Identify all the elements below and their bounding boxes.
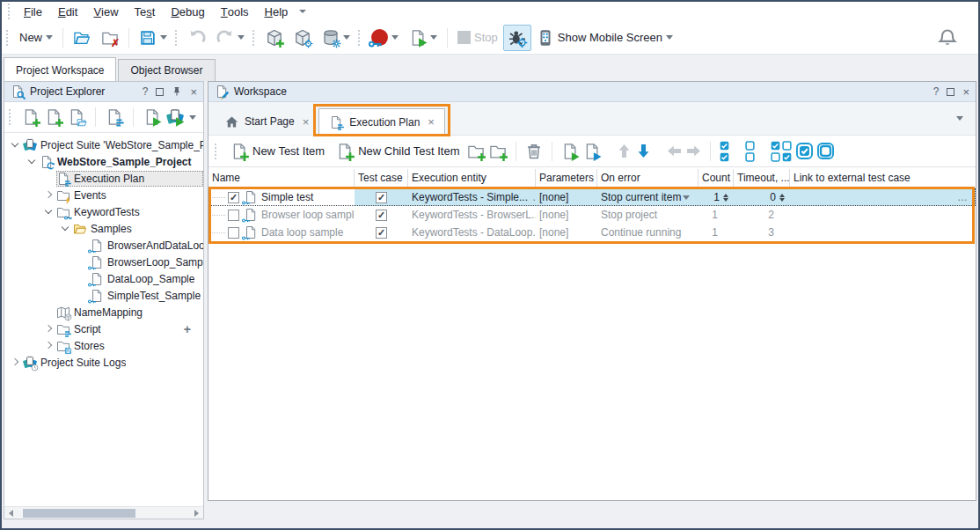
column-header-execution-entity[interactable]: Execution entity — [408, 169, 536, 188]
tab-project-workspace[interactable]: Project Workspace — [4, 57, 116, 81]
close-file-button[interactable]: ✗ — [96, 25, 124, 51]
add-item-button[interactable] — [22, 108, 40, 126]
menu-tools[interactable]: Tools — [213, 4, 257, 20]
column-header-on-error[interactable]: On error — [597, 169, 698, 188]
object-spy-button[interactable] — [289, 25, 317, 51]
timeout-cell[interactable]: 0 — [734, 188, 790, 206]
close-tab-icon[interactable]: × — [303, 115, 310, 129]
column-header-link[interactable]: Link to external test case — [790, 169, 976, 188]
expander-icon[interactable] — [43, 323, 55, 335]
column-header-parameters[interactable]: Parameters — [536, 169, 597, 188]
run-project-button[interactable] — [143, 108, 161, 126]
expander-icon[interactable] — [43, 189, 55, 201]
move-down-button[interactable] — [636, 144, 651, 158]
tree-item-execution-plan[interactable]: Execution Plan — [4, 170, 203, 187]
row-checkbox[interactable] — [228, 227, 239, 239]
uncheck-all-button[interactable] — [745, 141, 755, 162]
undo-button[interactable] — [183, 25, 211, 51]
test-case-checkbox[interactable] — [376, 210, 387, 221]
new-button[interactable]: New — [14, 26, 58, 48]
data-generator-button[interactable] — [317, 25, 355, 51]
execution-entity-cell[interactable]: KeywordTests - BrowserL... — [408, 206, 536, 224]
row-checkbox[interactable] — [228, 192, 239, 203]
save-button[interactable] — [134, 25, 172, 51]
column-header-test-case[interactable]: Test case — [355, 169, 408, 188]
on-error-cell[interactable]: Stop current item — [597, 188, 698, 206]
ellipsis-button[interactable]: … — [957, 191, 969, 203]
help-icon[interactable]: ? — [933, 85, 940, 98]
dropdown-caret-icon[interactable] — [683, 195, 690, 200]
expander-icon[interactable] — [26, 156, 38, 167]
timeout-cell[interactable]: 3 — [734, 224, 790, 241]
tab-object-browser[interactable]: Object Browser — [118, 59, 215, 81]
new-child-group-button[interactable] — [489, 143, 507, 160]
scrollbar-thumb[interactable] — [23, 509, 135, 518]
timeout-spinner[interactable] — [779, 194, 785, 202]
map-object-button[interactable] — [260, 25, 289, 51]
tree-item-project-suite[interactable]: Project Suite 'WebStore_Sample_Proje — [4, 136, 203, 153]
move-left-button[interactable] — [667, 144, 682, 158]
expander-icon[interactable] — [10, 357, 21, 368]
expander-icon[interactable] — [10, 139, 21, 151]
stop-button[interactable]: Stop — [452, 26, 503, 48]
expander-icon[interactable] — [60, 223, 71, 234]
count-cell[interactable]: 1 — [698, 188, 734, 206]
invert-checks-button[interactable] — [771, 141, 792, 162]
tree-item-browser-loop[interactable]: BrowserLoop_Sample — [4, 254, 203, 270]
tree-item-stores[interactable]: Stores — [4, 337, 203, 354]
parameters-cell[interactable]: [none] — [536, 188, 597, 206]
run-selected-button[interactable] — [561, 143, 579, 160]
parameters-cell[interactable]: [none] — [536, 224, 597, 241]
timeout-cell[interactable]: 2 — [734, 206, 790, 224]
new-group-button[interactable] — [467, 143, 485, 160]
help-icon[interactable]: ? — [143, 85, 149, 98]
test-case-cell[interactable] — [355, 206, 408, 224]
move-up-button[interactable] — [617, 144, 632, 158]
menu-help[interactable]: Help — [257, 4, 296, 20]
test-case-cell[interactable] — [355, 188, 408, 206]
tree-item-samples[interactable]: Samples — [4, 220, 203, 237]
table-row[interactable]: Data loop sample KeywordTests - DataLoop… — [208, 224, 976, 241]
run-from-item-button[interactable] — [583, 143, 601, 160]
close-panel-icon[interactable]: × — [962, 86, 969, 98]
maximize-icon[interactable] — [156, 88, 164, 96]
tree-item-simple-test[interactable]: SimpleTest_Sample — [4, 287, 203, 304]
scroll-left-icon[interactable] — [9, 510, 13, 517]
link-cell[interactable]: … — [790, 188, 976, 206]
menu-test[interactable]: Test — [127, 4, 164, 20]
explorer-horizontal-scrollbar[interactable] — [4, 506, 203, 519]
tree-item-name-mapping[interactable]: NameMapping — [4, 304, 203, 320]
notifications-bell-icon[interactable] — [938, 28, 957, 48]
close-tab-icon[interactable]: × — [428, 115, 435, 129]
tree-item-events[interactable]: Events — [4, 187, 203, 203]
tree-item-script[interactable]: Script + — [4, 320, 203, 337]
scroll-right-icon[interactable] — [194, 510, 199, 517]
tab-start-page[interactable]: Start Page × — [216, 108, 318, 135]
table-row[interactable]: Browser loop sample KeywordTests - Brows… — [208, 206, 976, 224]
tab-list-caret-icon[interactable] — [956, 116, 963, 121]
close-panel-icon[interactable]: × — [190, 86, 197, 98]
add-script-unit-icon[interactable]: + — [184, 322, 191, 336]
name-cell[interactable]: Browser loop sample — [208, 206, 355, 224]
count-spinner[interactable] — [723, 194, 728, 202]
expander-icon[interactable] — [43, 206, 55, 217]
link-cell[interactable] — [790, 224, 976, 241]
column-header-count[interactable]: Count — [698, 169, 734, 188]
count-cell[interactable]: 1 — [698, 206, 734, 224]
new-child-test-item-button[interactable]: New Child Test Item — [333, 140, 463, 163]
menubar-overflow-caret[interactable] — [299, 10, 306, 13]
record-test-button[interactable] — [366, 25, 404, 50]
menubar-grip[interactable] — [8, 4, 11, 19]
menu-edit[interactable]: Edit — [50, 4, 85, 20]
delete-item-button[interactable] — [525, 143, 543, 160]
menu-debug[interactable]: Debug — [163, 4, 212, 20]
new-item-button[interactable] — [45, 108, 62, 126]
tree-item-project-suite-logs[interactable]: Project Suite Logs — [4, 354, 203, 371]
pin-icon[interactable] — [172, 86, 182, 97]
toolbar-grip[interactable] — [6, 30, 10, 46]
column-header-timeout[interactable]: Timeout, ... — [734, 169, 790, 188]
expander-icon[interactable] — [43, 340, 55, 351]
run-project-suite-button[interactable] — [166, 108, 184, 126]
disable-item-button[interactable] — [817, 143, 834, 159]
new-test-item-button[interactable]: New Test Item — [227, 140, 328, 163]
